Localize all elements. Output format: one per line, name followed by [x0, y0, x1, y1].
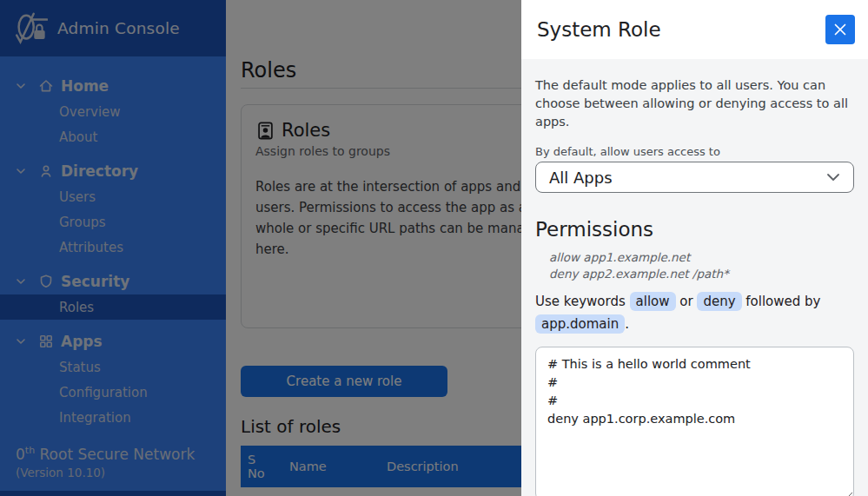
chevron-down-icon [826, 173, 840, 182]
help-text-part: Use keywords [535, 294, 630, 309]
permission-examples: allow app1.example.net deny app2.example… [549, 249, 854, 282]
drawer-header: System Role [521, 0, 868, 59]
permissions-textarea[interactable]: # This is a hello world comment # # deny… [535, 347, 854, 496]
help-text-part: or [676, 294, 698, 309]
modal-overlay[interactable] [0, 0, 521, 496]
example-deny: deny app2.example.net /path* [549, 266, 854, 282]
keyword-allow-badge: allow [630, 292, 676, 311]
drawer-body: The default mode applies to all users. Y… [521, 59, 868, 496]
select-value: All Apps [549, 169, 613, 187]
permissions-title: Permissions [535, 218, 854, 241]
default-access-label: By default, allow users access to [535, 145, 854, 158]
drawer-title: System Role [537, 18, 661, 41]
keyword-deny-badge: deny [697, 292, 741, 311]
help-text-part: . [625, 316, 629, 332]
example-allow: allow app1.example.net [549, 249, 854, 266]
close-button[interactable] [825, 15, 855, 44]
close-icon [832, 21, 849, 38]
default-access-select[interactable]: All Apps [535, 162, 854, 193]
keyword-domain-badge: app.domain [535, 314, 625, 334]
keywords-help-text: Use keywords allow or deny followed by a… [535, 290, 854, 335]
help-text-part: followed by [742, 294, 821, 309]
drawer-intro-text: The default mode applies to all users. Y… [535, 76, 854, 131]
system-role-drawer: System Role The default mode applies to … [521, 0, 868, 496]
